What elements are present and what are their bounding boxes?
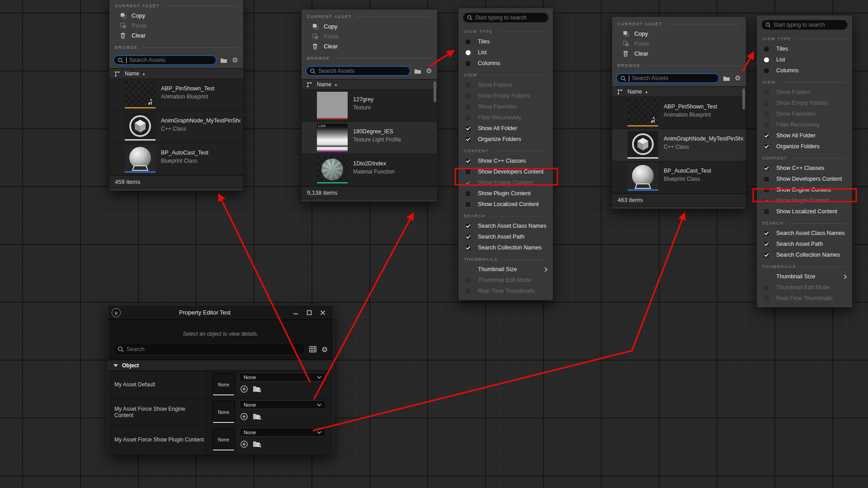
- view-options-gear-button[interactable]: ⚙: [425, 67, 433, 75]
- property-row: My Asset Force Show Plugin Content None …: [108, 426, 333, 454]
- current-asset-section-label: CURRENT ASSET: [109, 0, 243, 10]
- menu-item-search-asset-class-names[interactable]: Search Asset Class Names: [757, 228, 852, 239]
- menu-item-columns[interactable]: Columns: [458, 58, 553, 69]
- list-header: Name▲: [302, 80, 437, 90]
- menu-item-organize-folders[interactable]: Organize Folders: [458, 134, 553, 145]
- clear-menu-item[interactable]: Clear: [109, 30, 243, 40]
- menu-item-show-developers-content[interactable]: Show Developers Content: [757, 174, 852, 184]
- name-column-header[interactable]: Name▲: [125, 70, 146, 77]
- asset-thumbnail-button[interactable]: None: [212, 400, 235, 424]
- trash-icon: [622, 50, 629, 57]
- checkbox-checked-icon: [465, 158, 471, 164]
- pick-path-folder-button[interactable]: [220, 56, 228, 64]
- property-matrix-icon[interactable]: [309, 345, 317, 353]
- menu-search-input[interactable]: Start typing to search: [463, 13, 548, 23]
- checkbox-checked-icon: [764, 230, 769, 236]
- copy-menu-item[interactable]: Copy: [109, 10, 243, 20]
- clear-menu-item[interactable]: Clear: [302, 41, 437, 51]
- asset-row[interactable]: 127greyTexture: [302, 90, 437, 122]
- menu-item-show-engine-content[interactable]: Show Engine Content: [757, 184, 852, 195]
- menu-item-search-collection-names[interactable]: Search Collection Names: [458, 242, 553, 253]
- asset-row[interactable]: AnimGraphNode_MyTestPinShowC++ Class: [612, 129, 746, 161]
- menu-item-thumbnail-size[interactable]: Thumbnail Size: [757, 271, 852, 282]
- menu-item-tiles[interactable]: Tiles: [757, 43, 852, 54]
- menu-item-organize-folders[interactable]: Organize Folders: [757, 141, 852, 152]
- revision-control-column-icon[interactable]: [302, 81, 317, 88]
- copy-menu-item[interactable]: Copy: [612, 28, 746, 38]
- checkbox-checked-icon: [764, 133, 769, 139]
- use-selected-asset-icon[interactable]: [240, 440, 248, 448]
- text-caret: [629, 75, 629, 81]
- maximize-button[interactable]: [302, 308, 316, 318]
- menu-item-show-localized-content[interactable]: Show Localized Content: [458, 199, 553, 210]
- window-title-bar[interactable]: u Property Editor Test: [108, 305, 333, 320]
- menu-item-list[interactable]: List: [757, 54, 852, 65]
- menu-item-show-localized-content[interactable]: Show Localized Content: [757, 206, 852, 217]
- revision-control-column-icon[interactable]: [612, 89, 627, 95]
- use-selected-asset-icon[interactable]: [240, 385, 248, 393]
- details-search-input[interactable]: Search: [113, 343, 305, 355]
- paste-menu-item[interactable]: Paste: [109, 20, 243, 30]
- minimize-button[interactable]: [289, 308, 302, 318]
- checkbox-checked-icon: [465, 180, 471, 186]
- menu-search-input[interactable]: Start typing to search: [761, 20, 848, 30]
- asset-combo-box[interactable]: None: [240, 400, 326, 409]
- search-icon: [118, 346, 124, 352]
- checkbox-icon: [764, 209, 769, 215]
- close-button[interactable]: [316, 308, 330, 318]
- menu-item-columns[interactable]: Columns: [757, 65, 852, 76]
- menu-item-show-cpp-classes[interactable]: Show C++ Classes: [458, 155, 553, 166]
- search-assets-input[interactable]: Search Assets: [306, 66, 410, 76]
- search-assets-input[interactable]: Search Assets: [616, 73, 719, 83]
- asset-row[interactable]: AnimGraphNode_MyTestPinShowC++ Class: [109, 111, 243, 143]
- detail-view-options-gear-icon[interactable]: ⚙: [321, 345, 329, 353]
- pick-path-folder-button[interactable]: [414, 67, 422, 75]
- revision-control-column-icon[interactable]: [109, 70, 125, 77]
- name-column-header[interactable]: Name▲: [627, 89, 648, 95]
- copy-menu-item[interactable]: Copy: [302, 21, 437, 31]
- asset-row[interactable]: 1Dto2DIndexMaterial Function: [302, 154, 437, 186]
- asset-row[interactable]: ABP_PinShown_TestAnimation Blueprint: [109, 79, 243, 111]
- checkbox-checked-icon: [465, 136, 471, 142]
- menu-item-show-all-folder[interactable]: Show All Folder: [458, 123, 553, 134]
- search-assets-input[interactable]: Search Assets: [113, 55, 217, 65]
- view-options-gear-button[interactable]: ⚙: [231, 56, 239, 64]
- browse-to-asset-icon[interactable]: [253, 385, 261, 393]
- menu-item-tiles[interactable]: Tiles: [458, 36, 553, 47]
- asset-color-underline: [125, 139, 156, 141]
- browse-to-asset-icon[interactable]: [253, 440, 261, 448]
- object-category-header[interactable]: Object: [108, 360, 333, 371]
- asset-row[interactable]: BP_AutoCast_TestBlueprint Class: [109, 143, 243, 175]
- use-selected-asset-icon[interactable]: [240, 412, 248, 421]
- menu-item-list[interactable]: List: [458, 47, 553, 58]
- asset-thumbnail-button[interactable]: None: [212, 373, 235, 396]
- menu-item-thumbnail-edit-mode: Thumbnail Edit Mode: [757, 282, 852, 293]
- menu-item-thumbnail-size[interactable]: Thumbnail Size: [458, 264, 553, 275]
- menu-item-search-collection-names[interactable]: Search Collection Names: [757, 249, 852, 260]
- asset-combo-box[interactable]: None: [240, 373, 326, 381]
- asset-combo-box[interactable]: None: [240, 428, 326, 436]
- paste-menu-item[interactable]: Paste: [302, 31, 437, 41]
- clear-menu-item[interactable]: Clear: [612, 48, 746, 58]
- asset-row[interactable]: BP_AutoCast_TestBlueprint Class: [612, 161, 746, 193]
- asset-thumbnail-button[interactable]: None: [212, 428, 235, 451]
- name-column-header[interactable]: Name▲: [317, 81, 338, 88]
- list-scrollbar[interactable]: [742, 89, 745, 109]
- browse-to-asset-icon[interactable]: [253, 412, 261, 421]
- asset-color-underline: [627, 125, 658, 127]
- pick-path-folder-button[interactable]: [722, 74, 731, 82]
- list-scrollbar[interactable]: [434, 81, 436, 102]
- paste-menu-item[interactable]: Paste: [612, 38, 746, 48]
- menu-item-show-plugin-content[interactable]: Show Plugin Content: [458, 188, 553, 199]
- menu-item-search-asset-path[interactable]: Search Asset Path: [757, 239, 852, 249]
- menu-item-show-all-folder[interactable]: Show All Folder: [757, 130, 852, 141]
- asset-row[interactable]: ABP_PinShown_TestAnimation Blueprint: [612, 97, 746, 129]
- copy-icon: [119, 12, 127, 19]
- menu-item-search-asset-path[interactable]: Search Asset Path: [458, 231, 553, 242]
- asset-row[interactable]: 1,920 180Degree_IESTexture Light Profile: [302, 122, 437, 154]
- trash-icon: [311, 42, 319, 50]
- view-options-gear-button[interactable]: ⚙: [734, 74, 742, 82]
- menu-item-show-developers-content[interactable]: Show Developers Content: [458, 166, 553, 177]
- menu-item-search-asset-class-names[interactable]: Search Asset Class Names: [458, 221, 553, 231]
- menu-item-show-cpp-classes[interactable]: Show C++ Classes: [757, 163, 852, 174]
